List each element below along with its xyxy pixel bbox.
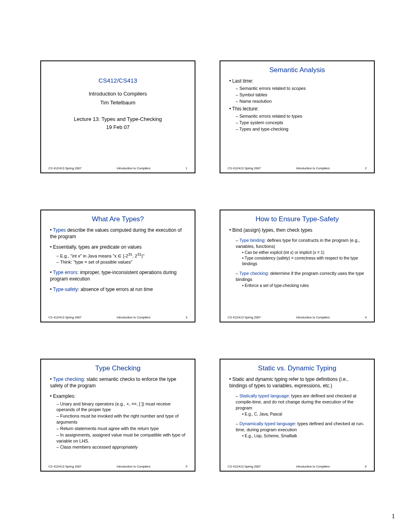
footer-left: CS 412/413 Spring 2007	[48, 316, 81, 319]
bullet: Static and dynamic typing refer to type …	[229, 376, 367, 389]
slide-title: Type Checking	[48, 364, 187, 372]
footer-num: 4	[365, 316, 367, 319]
bullet: Can be either explicit (int x) or implic…	[242, 250, 367, 256]
bullet: Bind (assign) types, then check types	[229, 227, 367, 233]
course-title: Introduction to Compilers	[48, 90, 187, 98]
slide-title: Semantic Analysis	[228, 66, 367, 74]
slide-footer: CS 412/413 Spring 2007Introduction to Co…	[228, 463, 367, 468]
bullet: Unary and binary operators (e.g., +, ==,…	[56, 401, 187, 413]
bullet: Class members accessed appropriately	[56, 444, 187, 450]
bullet: Enforce a set of type-checking rules	[242, 283, 367, 289]
bullet: Functions must be invoked with the right…	[56, 413, 187, 425]
slide-body: Type checking: static semantic checks to…	[48, 375, 187, 463]
bullet: Semantic errors related to scopes	[236, 85, 367, 91]
footer-num: 6	[365, 465, 367, 468]
footer-num: 3	[186, 316, 187, 319]
bullet: Last time:	[229, 78, 367, 84]
footer-left: CS 412/413 Spring 2007	[228, 316, 261, 319]
footer-left: CS 412/413 Spring 2007	[48, 465, 81, 468]
bullet: Think: "type = set of possible values"	[56, 259, 187, 265]
slide-footer: CS 412/413 Spring 2007Introduction to Co…	[228, 165, 367, 170]
slide-title: How to Ensure Type-Safety	[228, 215, 367, 223]
bullet: Type system concepts	[236, 120, 367, 126]
footer-left: CS 412/413 Spring 2007	[48, 166, 81, 170]
slide-body: Types describe the values computed durin…	[48, 226, 187, 314]
course-code: CS412/CS413	[48, 77, 187, 85]
slide-body: Last time:Semantic errors related to sco…	[228, 77, 367, 165]
bullet: Types describe the values computed durin…	[50, 227, 187, 240]
footer-mid: Introduction to Compilers	[81, 465, 186, 468]
slide-body: Static and dynamic typing refer to type …	[228, 375, 367, 463]
bullet: Types and type-checking	[236, 126, 367, 132]
footer-num: 5	[186, 465, 187, 468]
footer-mid: Introduction to Compilers	[81, 166, 186, 170]
slide-4: How to Ensure Type-SafetyBind (assign) t…	[220, 210, 375, 322]
slide-2: Semantic AnalysisLast time:Semantic erro…	[220, 60, 375, 173]
bullet: Type checking: static semantic checks to…	[50, 376, 187, 389]
footer-left: CS 412/413 Spring 2007	[228, 166, 261, 170]
page-number: 1	[392, 513, 395, 520]
slide-6: Static vs. Dynamic TypingStatic and dyna…	[220, 359, 375, 472]
bullet: Type errors: improper, type-inconsistent…	[50, 269, 187, 282]
bullet: This lecture:	[229, 106, 367, 112]
footer-mid: Introduction to Compilers	[261, 316, 365, 319]
bullet: E.g., "int x" in Java means "x ∈ [-231, …	[56, 252, 187, 259]
bullet: Name resolution	[236, 98, 367, 104]
slide-3: What Are Types?Types describe the values…	[40, 210, 195, 322]
author: Tim Teitelbaum	[48, 99, 187, 106]
footer-mid: Introduction to Compilers	[261, 465, 365, 468]
bullet: Symbol tables	[236, 92, 367, 98]
slide-1: CS412/CS413Introduction to CompilersTim …	[40, 60, 195, 173]
slide-footer: CS 412/413 Spring 2007Introduction to Co…	[48, 314, 187, 319]
bullet: Statically typed language: types are def…	[236, 393, 367, 411]
bullet: E.g., Lisp, Scheme, Smalltalk	[242, 433, 367, 439]
bullet: Return statements must agree with the re…	[56, 426, 187, 432]
slide-grid: CS412/CS413Introduction to CompilersTim …	[0, 0, 411, 512]
slide-body: CS412/CS413Introduction to CompilersTim …	[48, 65, 187, 165]
slide-5: Type CheckingType checking: static seman…	[40, 359, 195, 472]
footer-num: 2	[365, 166, 367, 170]
slide-footer: CS 412/413 Spring 2007Introduction to Co…	[228, 314, 367, 319]
footer-mid: Introduction to Compilers	[261, 166, 365, 170]
bullet: Semantic errors related to types	[236, 113, 367, 119]
bullet: In assignments, assigned value must be c…	[56, 432, 187, 444]
slide-body: Bind (assign) types, then check typesTyp…	[228, 226, 367, 314]
bullet: Type checking: determine if the program …	[236, 270, 367, 283]
footer-mid: Introduction to Compilers	[81, 316, 186, 319]
lecture-title: Lecture 13: Types and Type-Checking	[48, 116, 187, 123]
bullet: Type consistency (safety) = correctness …	[242, 256, 367, 266]
bullet: Type-safety: absence of type errors at r…	[50, 286, 187, 293]
slide-footer: CS 412/413 Spring 2007Introduction to Co…	[48, 463, 187, 468]
bullet: Dynamically typed language: types define…	[236, 421, 367, 433]
bullet: Essentially, types are predicate on valu…	[50, 244, 187, 250]
slide-footer: CS 412/413 Spring 2007Introduction to Co…	[48, 165, 187, 170]
slide-title: Static vs. Dynamic Typing	[228, 364, 367, 372]
bullet: Type binding: defines type for construct…	[236, 237, 367, 249]
footer-num: 1	[186, 166, 187, 170]
bullet: Examples:	[50, 393, 187, 399]
lecture-date: 19 Feb 07	[48, 124, 187, 131]
footer-left: CS 412/413 Spring 2007	[228, 465, 261, 468]
bullet: E.g., C, Java, Pascal	[242, 411, 367, 417]
slide-title: What Are Types?	[48, 215, 187, 223]
